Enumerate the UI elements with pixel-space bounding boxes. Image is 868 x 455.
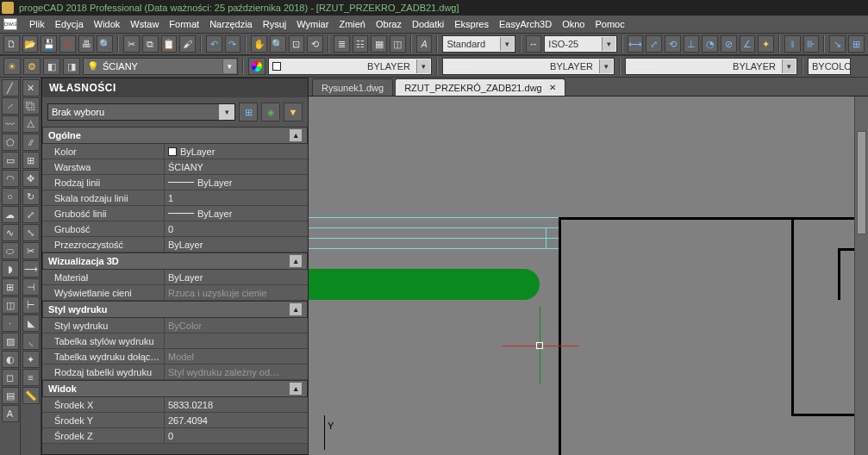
dim-tolerance-icon[interactable]: ⊞ xyxy=(848,35,865,53)
spline-icon[interactable]: ∿ xyxy=(2,224,19,241)
menu-widok[interactable]: Widok xyxy=(89,19,126,29)
menu-easyarch3d[interactable]: EasyArch3D xyxy=(494,19,557,29)
move-icon[interactable]: ✥ xyxy=(22,170,40,187)
dim-leader-icon[interactable]: ↘ xyxy=(829,35,846,53)
cut-icon[interactable]: ✂ xyxy=(123,35,140,53)
lineweight-combo[interactable]: BYLAYER ▾ xyxy=(625,58,797,75)
quick-select-icon[interactable]: ⊞ xyxy=(239,103,258,122)
prop-value[interactable]: 0 xyxy=(165,221,308,236)
chamfer-icon[interactable]: ◣ xyxy=(22,315,40,332)
group-viz3d[interactable]: Wizualizacja 3D▴ xyxy=(42,252,308,270)
print-icon[interactable]: 🖶 xyxy=(78,35,95,53)
ellipse-arc-icon[interactable]: ◗ xyxy=(2,260,19,277)
collapse-icon[interactable]: ▴ xyxy=(290,303,302,315)
open-icon[interactable]: 📂 xyxy=(22,35,39,53)
copy-icon[interactable]: ⧉ xyxy=(142,35,159,53)
scrollbar-vertical[interactable] xyxy=(854,97,868,455)
menu-zmien[interactable]: Zmień xyxy=(334,19,371,29)
prop-value[interactable]: ŚCIANY xyxy=(165,159,308,174)
prop-value[interactable]: Styl wydruku zależny od… xyxy=(165,365,308,379)
xline-icon[interactable]: ⟋ xyxy=(2,97,19,115)
ellipse-icon[interactable]: ⬭ xyxy=(2,242,19,259)
hatch-icon[interactable]: ▨ xyxy=(2,333,19,350)
menu-obraz[interactable]: Obraz xyxy=(371,19,407,29)
join-icon[interactable]: ⊢ xyxy=(22,296,40,314)
prop-value[interactable]: 267.4094 xyxy=(165,413,308,427)
prop-value[interactable]: Rzuca i uzyskuje cienie xyxy=(165,285,308,300)
menu-dodatki[interactable]: Dodatki xyxy=(407,19,449,29)
align-icon[interactable]: ≡ xyxy=(22,369,40,386)
layer-prev-icon[interactable]: ◧ xyxy=(43,58,60,75)
text-style-icon[interactable]: A xyxy=(416,35,433,53)
layer-state-icon[interactable]: ⚙ xyxy=(23,58,41,75)
rotate-icon[interactable]: ↻ xyxy=(22,188,40,205)
group-plot[interactable]: Styl wydruku▴ xyxy=(42,301,308,318)
prop-value[interactable]: ByLayer xyxy=(165,206,308,221)
gradient-icon[interactable]: ◐ xyxy=(2,351,19,368)
file-tab[interactable]: Rysunek1.dwg xyxy=(312,78,393,96)
menu-wstaw[interactable]: Wstaw xyxy=(125,19,164,29)
revcloud-icon[interactable]: ☁ xyxy=(2,206,19,223)
measure-icon[interactable]: 📏 xyxy=(22,387,40,404)
dropdown-icon[interactable]: ▾ xyxy=(219,104,234,120)
pdf-icon[interactable]: ⎙ xyxy=(59,35,76,53)
break-icon[interactable]: ⊣ xyxy=(22,278,40,296)
group-view[interactable]: Widok▴ xyxy=(42,380,308,397)
dim-baseline-icon[interactable]: ⫴ xyxy=(784,35,801,53)
mtext-icon[interactable]: A xyxy=(2,405,19,422)
extend-icon[interactable]: ⟶ xyxy=(22,260,40,277)
select-objects-icon[interactable]: ◈ xyxy=(261,103,280,122)
menu-ekspres[interactable]: Ekspres xyxy=(449,19,494,29)
prop-value[interactable]: ByLayer xyxy=(165,175,308,190)
rectangle-icon[interactable]: ▭ xyxy=(2,152,19,169)
dropdown-icon[interactable]: ▾ xyxy=(416,59,430,73)
prop-value[interactable] xyxy=(165,333,308,348)
viewport[interactable]: Y xyxy=(309,97,868,455)
dropdown-icon[interactable]: ▾ xyxy=(782,59,796,73)
dim-diameter-icon[interactable]: ⊘ xyxy=(721,35,737,53)
zoom-prev-icon[interactable]: ⟲ xyxy=(307,35,323,53)
dropdown-icon[interactable]: ▾ xyxy=(222,59,236,73)
prop-value[interactable]: Model xyxy=(165,349,308,364)
doc-control-icon[interactable]: DWG xyxy=(3,18,17,30)
fillet-icon[interactable]: ◟ xyxy=(22,333,40,350)
linetype-combo[interactable]: BYLAYER ▾ xyxy=(442,58,615,75)
erase-icon[interactable]: ✕ xyxy=(22,79,40,97)
prop-value[interactable]: ByLayer xyxy=(165,144,308,159)
zoom-win-icon[interactable]: ⊡ xyxy=(289,35,305,53)
mirror-icon[interactable]: ⧊ xyxy=(22,115,40,133)
layer-combo[interactable]: 💡 ŚCIANY ▾ xyxy=(83,58,238,75)
prop-value[interactable]: ByColor xyxy=(165,318,308,333)
prop-value[interactable]: 1 xyxy=(165,190,308,205)
color-combo[interactable]: BYLAYER ▾ xyxy=(268,58,432,75)
prop-value[interactable]: 5833.0218 xyxy=(165,397,308,412)
dim-quick-icon[interactable]: ✦ xyxy=(758,35,774,53)
selection-combo[interactable]: Brak wyboru ▾ xyxy=(47,103,235,121)
undo-icon[interactable]: ↶ xyxy=(206,35,222,53)
color-icon[interactable] xyxy=(248,58,265,75)
dim-ordinate-icon[interactable]: ⊥ xyxy=(684,35,700,53)
layer-iso-icon[interactable]: ◨ xyxy=(63,58,80,75)
dim-arc-icon[interactable]: ⟲ xyxy=(665,35,681,53)
region-icon[interactable]: ◻ xyxy=(2,369,19,386)
insert-icon[interactable]: ⊞ xyxy=(2,278,19,296)
file-tab-active[interactable]: RZUT_PRZEKRÓ_ZADB21.dwg✕ xyxy=(395,78,565,96)
point-icon[interactable]: · xyxy=(2,315,19,332)
dropdown-icon[interactable]: ▾ xyxy=(599,59,613,73)
save-icon[interactable]: 💾 xyxy=(41,35,57,53)
copy-obj-icon[interactable]: ⿻ xyxy=(22,97,40,115)
menu-plik[interactable]: Plik xyxy=(24,19,50,29)
collapse-icon[interactable]: ▴ xyxy=(290,255,302,267)
blocks-icon[interactable]: ◫ xyxy=(390,35,406,53)
polygon-icon[interactable]: ⬠ xyxy=(2,134,19,151)
layer-manager-icon[interactable]: ☀ xyxy=(3,58,21,75)
menu-pomoc[interactable]: Pomoc xyxy=(590,19,629,29)
matchprop-icon[interactable]: 🖌 xyxy=(179,35,196,53)
collapse-icon[interactable]: ▴ xyxy=(290,383,302,395)
prop-value[interactable]: ByLayer xyxy=(165,270,308,284)
dim-angular-icon[interactable]: ∠ xyxy=(740,35,756,53)
group-general[interactable]: Ogólne▴ xyxy=(42,127,308,144)
prop-value[interactable]: ByLayer xyxy=(165,237,308,252)
close-icon[interactable]: ✕ xyxy=(549,83,556,92)
block-icon[interactable]: ◫ xyxy=(2,296,19,314)
